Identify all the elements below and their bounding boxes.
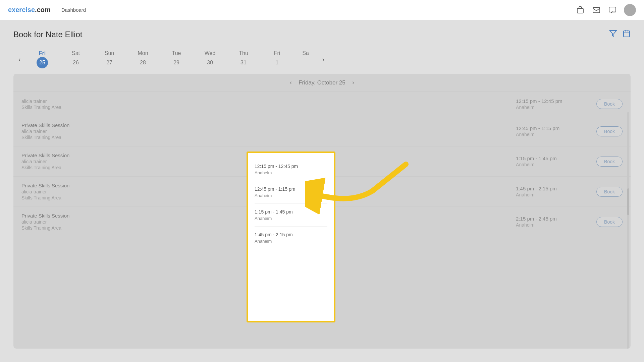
day-item-wed-30[interactable]: Wed 30: [193, 48, 227, 71]
day-item-thu-31[interactable]: Thu 31: [227, 48, 260, 71]
day-item-mon-28[interactable]: Mon 28: [126, 48, 160, 71]
session-trainer: alicia trainer: [21, 189, 509, 194]
filter-icon[interactable]: [609, 29, 617, 40]
session-city: Anaheim: [516, 132, 596, 137]
session-trainer: alicia trainer: [21, 159, 509, 164]
session-time: 12:15 pm - 12:45 pm: [516, 98, 596, 104]
session-location: Skills Training Area: [21, 165, 509, 170]
session-location: Skills Training Area: [21, 105, 509, 110]
session-city: Anaheim: [516, 162, 596, 167]
logo: exercise.com: [8, 6, 51, 14]
day-item-fri-1[interactable]: Fri 1: [260, 48, 294, 71]
day-label: Thu: [239, 50, 248, 56]
day-number: 27: [104, 57, 115, 68]
table-row: Private Skills Session alicia trainer Sk…: [13, 116, 631, 146]
date-display: Friday, October 25: [299, 79, 345, 86]
session-time: 1:45 pm - 2:15 pm: [516, 186, 596, 191]
session-time: 12:45 pm - 1:15 pm: [516, 125, 596, 131]
svg-rect-0: [577, 8, 583, 13]
day-item-sat-26[interactable]: Sat 26: [59, 48, 93, 71]
logo-com: com: [37, 6, 51, 13]
book-button[interactable]: Book: [596, 157, 623, 167]
svg-rect-1: [593, 7, 600, 13]
day-label: Sat: [72, 50, 80, 56]
svg-rect-4: [624, 31, 630, 37]
session-info: alicia trainer Skills Training Area: [21, 98, 509, 110]
session-location: Skills Training Area: [21, 195, 509, 200]
page-title-row: Book for Nate Elliot: [13, 29, 631, 40]
calendar-icon[interactable]: [623, 29, 631, 40]
day-number: 26: [70, 57, 82, 68]
prev-date-button[interactable]: ‹: [290, 79, 292, 86]
main-content: Book for Nate Elliot ‹ Fri 25: [0, 20, 644, 349]
session-info: Private Skills Session alicia trainer Sk…: [21, 213, 509, 231]
session-time: 1:15 pm - 1:45 pm: [516, 156, 596, 161]
table-row: Private Skills Session alicia trainer Sk…: [13, 146, 631, 177]
avatar[interactable]: [624, 4, 636, 16]
day-label: Mon: [138, 50, 148, 56]
table-row: Private Skills Session alicia trainer Sk…: [13, 207, 631, 237]
session-info: Private Skills Session alicia trainer Sk…: [21, 153, 509, 170]
session-time-area: 12:15 pm - 12:45 pm Anaheim: [509, 98, 596, 110]
day-number: 1: [271, 57, 283, 68]
day-number: [300, 57, 311, 68]
header-icons: [576, 4, 636, 16]
session-trainer: alicia trainer: [21, 129, 509, 134]
scrollbar-track: [627, 112, 629, 349]
session-info: Private Skills Session alicia trainer Sk…: [21, 183, 509, 200]
day-item-sa[interactable]: Sa: [294, 48, 317, 71]
day-number: 28: [137, 57, 149, 68]
day-label: Fri: [39, 50, 46, 56]
scrollbar-thumb[interactable]: [627, 188, 629, 215]
day-label: Fri: [274, 50, 280, 56]
date-nav-bar: ‹ Friday, October 25 ›: [13, 74, 631, 92]
day-item-tue-29[interactable]: Tue 29: [160, 48, 193, 71]
session-time-area: 12:45 pm - 1:15 pm Anaheim: [509, 125, 596, 137]
page-title: Book for Nate Elliot: [13, 30, 82, 39]
logo-exercise: exercise: [8, 6, 35, 13]
session-name: Private Skills Session: [21, 153, 509, 158]
day-label: Sun: [105, 50, 114, 56]
session-time: 2:15 pm - 2:45 pm: [516, 216, 596, 222]
day-number: 30: [204, 57, 216, 68]
svg-marker-3: [610, 31, 616, 37]
chat-icon[interactable]: [608, 5, 617, 15]
book-button[interactable]: Book: [596, 99, 623, 109]
session-time-area: 1:15 pm - 1:45 pm Anaheim: [509, 156, 596, 167]
bag-icon[interactable]: [576, 5, 585, 15]
session-location: Skills Training Area: [21, 225, 509, 231]
day-number: 25: [37, 57, 48, 68]
book-button[interactable]: Book: [596, 187, 623, 197]
day-item-fri-25[interactable]: Fri 25: [25, 48, 59, 71]
nav-dashboard[interactable]: Dashboard: [61, 7, 86, 13]
session-trainer: alicia trainer: [21, 219, 509, 225]
prev-day-arrow[interactable]: ‹: [13, 53, 25, 65]
session-name: Private Skills Session: [21, 122, 509, 128]
table-row: Private Skills Session alicia trainer Sk…: [13, 177, 631, 207]
table-row: alicia trainer Skills Training Area 12:1…: [13, 92, 631, 116]
session-time-area: 1:45 pm - 2:15 pm Anaheim: [509, 186, 596, 197]
day-label: Tue: [172, 50, 181, 56]
session-city: Anaheim: [516, 105, 596, 110]
session-name: Private Skills Session: [21, 213, 509, 219]
day-label: Wed: [205, 50, 216, 56]
day-nav: ‹ Fri 25 Sat 26 Sun 27 Mon 28 Tue 29 Wed…: [13, 48, 631, 71]
next-date-button[interactable]: ›: [352, 79, 354, 86]
day-number: 29: [171, 57, 182, 68]
session-info: Private Skills Session alicia trainer Sk…: [21, 122, 509, 140]
header: exercise.com Dashboard: [0, 0, 644, 20]
session-location: Skills Training Area: [21, 135, 509, 140]
day-number: 31: [238, 57, 249, 68]
book-button[interactable]: Book: [596, 126, 623, 136]
session-name: Private Skills Session: [21, 183, 509, 188]
day-item-sun-27[interactable]: Sun 27: [93, 48, 126, 71]
session-city: Anaheim: [516, 222, 596, 228]
session-list: alicia trainer Skills Training Area 12:1…: [13, 92, 631, 349]
day-label: Sa: [302, 50, 309, 56]
session-trainer: alicia trainer: [21, 99, 509, 104]
next-day-arrow[interactable]: ›: [317, 53, 329, 65]
title-icons: [609, 29, 631, 40]
book-button[interactable]: Book: [596, 217, 623, 227]
session-time-area: 2:15 pm - 2:45 pm Anaheim: [509, 216, 596, 228]
mail-icon[interactable]: [592, 5, 601, 15]
